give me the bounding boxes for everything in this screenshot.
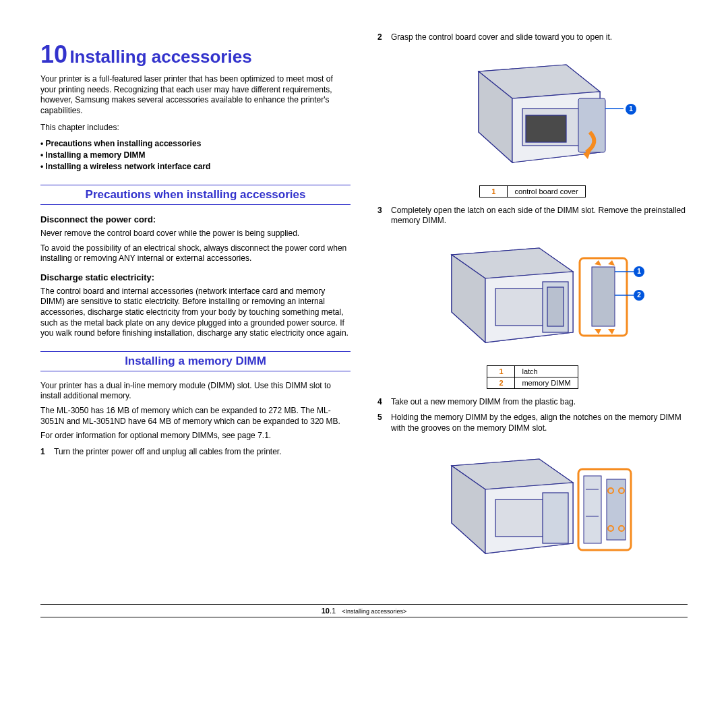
chapter-title: 10 Installing accessories <box>40 40 351 69</box>
legend-num: 1 <box>480 185 508 197</box>
step-text: Completely open the latch on each side o… <box>391 206 688 226</box>
callout-2-icon: 2 <box>634 290 644 301</box>
svg-rect-15 <box>547 287 564 326</box>
legend-num: 2 <box>487 377 515 388</box>
legend-label: latch <box>515 365 578 377</box>
intro-paragraph: Your printer is a full-featured laser pr… <box>40 74 351 116</box>
chapter-number: 10 <box>40 40 67 68</box>
footer-chapter: 10 <box>322 607 330 615</box>
svg-rect-31 <box>584 476 601 543</box>
footer-page: .1 <box>330 607 336 615</box>
page-footer: 10.1 <Installing accessories> <box>40 604 688 617</box>
step-5: 5 Holding the memory DIMM by the edges, … <box>377 413 688 433</box>
step-2: 2 Grasp the control board cover and slid… <box>377 32 688 43</box>
figure-step3: 1 2 1 latch 2 memory DIMM <box>377 235 688 389</box>
step-text: Turn the printer power off and unplug al… <box>54 447 351 458</box>
warning-text: Never remove the control board cover whi… <box>40 229 351 239</box>
chapter-includes-label: This chapter includes: <box>40 123 351 133</box>
body-text: Your printer has a dual in-line memory m… <box>40 381 351 402</box>
step-number: 5 <box>377 413 391 433</box>
svg-marker-18 <box>595 260 601 266</box>
legend-num: 1 <box>487 365 515 377</box>
legend-label: memory DIMM <box>515 377 578 388</box>
step-1: 1 Turn the printer power off and unplug … <box>40 447 351 458</box>
svg-marker-19 <box>608 260 615 266</box>
step-text: Take out a new memory DIMM from the plas… <box>391 397 688 408</box>
figure-legend: 1 latch 2 memory DIMM <box>487 365 578 389</box>
svg-rect-17 <box>592 267 615 326</box>
step-number: 2 <box>377 32 391 43</box>
callout-1-icon: 1 <box>634 266 644 277</box>
figure-step5 <box>377 442 688 576</box>
warning-text: To avoid the possibility of an electrica… <box>40 243 351 264</box>
svg-rect-29 <box>543 493 568 543</box>
warning-text: The control board and internal accessori… <box>40 286 351 339</box>
left-column: 10 Installing accessories Your printer i… <box>40 27 351 584</box>
svg-rect-5 <box>526 115 566 142</box>
section-heading-dimm: Installing a memory DIMM <box>40 351 351 371</box>
footer-label: <Installing accessories> <box>342 608 406 615</box>
toc-item[interactable]: Installing a memory DIMM <box>40 150 351 160</box>
step-number: 1 <box>40 447 54 458</box>
step-4: 4 Take out a new memory DIMM from the pl… <box>377 397 688 408</box>
step-number: 3 <box>377 206 391 226</box>
printer-diagram-cover-icon <box>431 51 634 179</box>
step-text: Grasp the control board cover and slide … <box>391 32 688 43</box>
body-text: The ML-3050 has 16 MB of memory which ca… <box>40 406 351 427</box>
step-number: 4 <box>377 397 391 408</box>
step-3: 3 Completely open the latch on each side… <box>377 206 688 226</box>
figure-legend: 1 control board cover <box>479 185 585 198</box>
printer-diagram-latch-icon <box>425 235 640 359</box>
right-column: 2 Grasp the control board cover and slid… <box>377 27 688 584</box>
figure-step2: 1 1 control board cover <box>377 51 688 198</box>
toc-item[interactable]: Precautions when installing accessories <box>40 139 351 148</box>
printer-diagram-insert-icon <box>425 442 640 574</box>
legend-label: control board cover <box>508 185 585 197</box>
chapter-text: Installing accessories <box>69 47 251 67</box>
subheading-disconnect: Disconnect the power cord: <box>40 214 351 224</box>
callout-1-icon: 1 <box>626 104 636 115</box>
subheading-discharge: Discharge static electricity: <box>40 272 351 282</box>
svg-marker-21 <box>608 329 615 334</box>
toc-item[interactable]: Installing a wireless network interface … <box>40 162 351 171</box>
svg-marker-20 <box>595 329 601 334</box>
step-text: Holding the memory DIMM by the edges, al… <box>391 413 688 433</box>
chapter-contents-list: Precautions when installing accessories … <box>40 139 351 171</box>
section-heading-precautions: Precautions when installing accessories <box>40 185 351 205</box>
body-text: For order information for optional memor… <box>40 431 351 442</box>
